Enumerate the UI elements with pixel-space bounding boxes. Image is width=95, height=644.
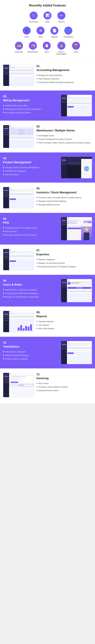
reports-features: Payments Reports User Reports Store Wise… [36, 320, 92, 330]
invoicing-screenshot: INVOICE [3, 373, 34, 397]
billing-text: 02. Billing Management Generate bills in… [3, 95, 59, 115]
section-billing-content: 02. Billing Management Generate bills in… [3, 95, 92, 116]
icon-item-users[interactable]: 👤 Users [20, 25, 34, 39]
billing-feature-1: Generate bills in easy steps [3, 104, 59, 107]
expenses-text: 07. Expenses Expense Categories Manage Y… [36, 249, 92, 269]
billing-number: 02. [3, 95, 59, 98]
warehouses-title: Warehouses / Multiple Stores [36, 129, 92, 132]
icon-item-units[interactable]: 📦 Units [69, 40, 83, 56]
accounting-features: Manage your party payments Pay & Receive… [36, 74, 92, 84]
icon-item-reports[interactable]: 📄 Reports [48, 25, 61, 39]
inventory-number: 05. [36, 187, 92, 190]
bullet-icon [36, 204, 37, 205]
pos-number: 06. [3, 217, 59, 220]
accounting-title: Accounting Management [36, 68, 92, 72]
icon-item-returns[interactable]: ↩ Returns [54, 10, 68, 24]
icon-item-expenses[interactable]: 💳 Expenses [12, 40, 26, 56]
billing-features: Generate bills in easy steps Enter payme… [3, 104, 59, 114]
bullet-icon [3, 105, 4, 106]
bullet-icon [3, 289, 4, 290]
bullet-icon [3, 351, 4, 352]
warehouses-features: Add Multiple Stores Powerful Dashboard A… [36, 134, 92, 144]
section-translations-content: 10. Translations Add Dynamic Languages U… [3, 341, 92, 364]
users-screenshot: U [61, 279, 92, 302]
bullet-icon [3, 112, 4, 113]
section-expenses-content: 07. Expenses Expense Categories Manage Y… [3, 249, 92, 270]
icon-item-taxes[interactable]: 📋 Taxes [40, 40, 54, 56]
invoicing-feature-3: Download Invoice button [36, 389, 92, 392]
inventory-screenshot [3, 187, 34, 208]
users-feature-1: Staff Members, Customers & Suppliers [3, 289, 59, 291]
users-label: Users [24, 36, 29, 38]
icon-item-sales[interactable]: 📊 Sales [41, 10, 54, 24]
icon-row-2: 👤 Users 🖥 POS 📄 Reports 🌐 Translations [3, 25, 92, 39]
icon-item-translations[interactable]: 🌐 Translations [61, 25, 75, 39]
translations-feature-1: Add Dynamic Languages [3, 350, 59, 353]
product-feature-1: Category, Brand & Products Management [3, 166, 59, 169]
taxes-icon: 📋 [43, 42, 51, 50]
bullet-icon [3, 231, 4, 232]
bullet-icon [36, 197, 37, 198]
returns-label: Returns [58, 21, 65, 23]
translations-text: 10. Translations Add Dynamic Languages U… [3, 341, 59, 361]
header-title: Recently Added Features [3, 4, 92, 7]
inventory-title: Inventory / Stock Management [36, 191, 92, 194]
reports-screenshot [3, 311, 34, 332]
section-accounting: 01. Accounting Management Manage your pa… [0, 60, 95, 90]
icon-item-pos[interactable]: 🖥 POS [34, 25, 48, 39]
users-text: 08. Users & Roles Staff Members, Custome… [3, 279, 59, 299]
section-product: 🌀 04. Product Management Category, Brand… [0, 152, 95, 182]
section-users-content: U 08. Users & R [3, 279, 92, 302]
section-warehouses: 03. Warehouses / Multiple Stores Add Mul… [0, 121, 95, 152]
icon-item-warehouses[interactable]: 🏭 Warehouses [26, 40, 40, 56]
bullet-icon [36, 75, 37, 76]
product-title: Product Management [3, 160, 59, 164]
accounting-number: 01. [36, 64, 92, 68]
reports-feature-3: Store Wise Reports [36, 328, 92, 330]
invoicing-text: 11. Invoicing POS Invoice Purchase, Sale… [36, 373, 92, 393]
accounting-screenshot [3, 64, 34, 86]
warehouses-text: 03. Warehouses / Multiple Stores Add Mul… [36, 125, 92, 145]
sales-label: Sales [45, 21, 50, 23]
bullet-icon [36, 135, 37, 136]
page-wrapper: Recently Added Features 🛒 Purchases 📊 Sa… [0, 0, 95, 404]
invoicing-feature-2: Purchase, Sales & Returns Invoices [36, 386, 92, 388]
accounting-feature-1: Manage your party payments [36, 74, 92, 77]
warehouses-number: 03. [36, 125, 92, 128]
invoicing-features: POS Invoice Purchase, Sales & Returns In… [36, 382, 92, 392]
translations-feature-3: Change Instantly Language [3, 358, 59, 360]
section-product-content: 🌀 04. Product Management Category, Brand… [3, 157, 92, 178]
warehouses-feature-1: Add Multiple Stores [36, 134, 92, 137]
taxes-label: Taxes [44, 51, 49, 53]
product-text: 04. Product Management Category, Brand &… [3, 157, 59, 177]
expenses-title: Expenses [36, 253, 92, 256]
translations-icon: 🌐 [64, 26, 72, 34]
billing-feature-3: Sort parties according to orders [3, 112, 59, 114]
reports-feature-1: Payments Reports [36, 320, 92, 323]
product-features: Category, Brand & Products Management Un… [3, 166, 59, 176]
pos-text: 06. POS Simplified Interface For Selling… [3, 217, 59, 237]
inventory-features: Purchase, Sales, Purchase Returns & Sale… [36, 196, 92, 206]
warehouses-screenshot [3, 125, 34, 148]
bullet-icon [36, 82, 37, 83]
pos-feature-2: POS Invoicing [3, 230, 59, 233]
icon-row-1: 🛒 Purchases 📊 Sales ↩ Returns [3, 10, 92, 24]
bullet-icon [36, 78, 37, 79]
inventory-text: 05. Inventory / Stock Management Purchas… [36, 187, 92, 207]
translations-label: Translations [63, 36, 73, 38]
bullet-icon [3, 296, 4, 297]
reports-title: Reports [36, 314, 92, 318]
icon-item-roles[interactable]: 🔒 Roles & Permissions [54, 40, 69, 56]
pos-screenshot [61, 217, 92, 240]
accounting-feature-3: Get party full details according to paym… [36, 81, 92, 84]
warehouses-feature-2: Powerful Dashboard According To Stores [36, 138, 92, 141]
accounting-feature-2: Pay & Receive Payments [36, 78, 92, 80]
translations-title: Translations [3, 345, 59, 348]
bullet-icon [3, 108, 4, 110]
section-reports-content: 09. Reports Payments Reports User Report… [3, 311, 92, 332]
expenses-feature-2: Manage Your Business Expense [36, 262, 92, 264]
icon-item-purchases[interactable]: 🛒 Purchases [27, 10, 41, 24]
reports-number: 09. [36, 311, 92, 314]
header: Recently Added Features 🛒 Purchases 📊 Sa… [0, 0, 95, 60]
expenses-feature-3: Get Expenses By Store Or Expense Categor… [36, 266, 92, 268]
